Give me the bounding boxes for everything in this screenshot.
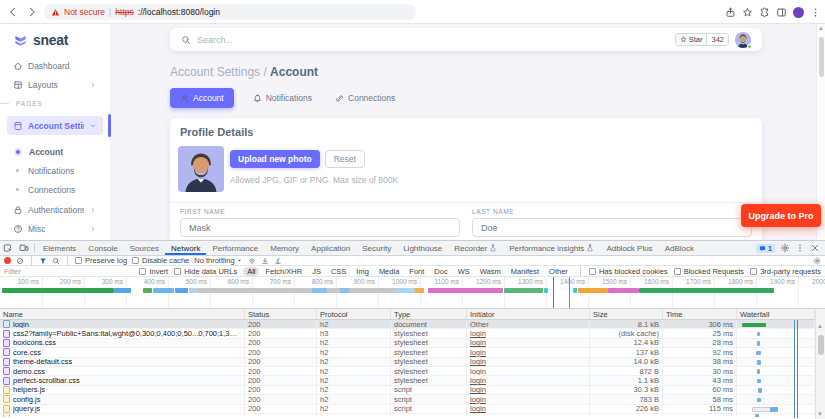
throttling-select[interactable]: No throttling (194, 256, 242, 265)
table-row[interactable]: jquery.js200h2scriptlogin226 kB115 ms (0, 405, 825, 414)
checkbox-icon[interactable] (674, 268, 681, 275)
browser-menu-icon[interactable] (810, 7, 821, 18)
search-icon[interactable] (181, 35, 191, 45)
devtools-tab-lighthouse[interactable]: Lighthouse (397, 241, 448, 255)
scrollbar-thumb[interactable] (818, 335, 824, 355)
forward-icon[interactable] (26, 6, 38, 18)
extensions-icon[interactable] (759, 7, 770, 18)
checkbox-icon[interactable] (589, 268, 596, 275)
share-icon[interactable] (725, 7, 736, 18)
import-har-icon[interactable] (261, 257, 269, 265)
user-avatar[interactable] (735, 32, 751, 48)
devtools-tab-network[interactable]: Network (165, 241, 206, 255)
devtools-tab-security[interactable]: Security (356, 241, 397, 255)
column-header-name[interactable]: Name (0, 309, 245, 319)
sidebar-item-account[interactable]: Account (7, 142, 103, 161)
devtools-tab-memory[interactable]: Memory (264, 241, 305, 255)
address-bar[interactable]: Not secure | https ://localhost:8080/log… (44, 4, 416, 20)
table-row[interactable]: core.css200h2stylesheetlogin137 kB92 ms (0, 348, 825, 357)
network-timeline-overview[interactable]: 100 ms200 ms300 ms400 ms500 ms600 ms700 … (0, 277, 825, 309)
table-row[interactable] (0, 414, 825, 417)
github-star-badge[interactable]: Star 342 (675, 33, 729, 46)
last-name-input[interactable] (472, 218, 752, 237)
filter-type-wasm[interactable]: Wasm (476, 267, 505, 276)
not-secure-warning-icon[interactable] (51, 8, 60, 17)
column-header-waterfall[interactable]: Waterfall (737, 309, 815, 319)
device-toolbar-icon[interactable] (19, 243, 29, 253)
column-header-time[interactable]: Time (663, 309, 737, 319)
filter-input[interactable]: Filter (4, 267, 133, 276)
breadcrumb-section[interactable]: Account Settings / (170, 65, 267, 79)
column-header-status[interactable]: Status (245, 309, 317, 319)
table-row[interactable]: theme-default.css200h2stylesheetlogin14.… (0, 358, 825, 367)
hide-data-urls-checkbox[interactable]: Hide data URLs (174, 267, 237, 276)
filter-type-css[interactable]: CSS (327, 267, 350, 276)
search-input[interactable]: Search... (197, 35, 233, 45)
initiator-link[interactable]: login (470, 348, 486, 356)
scroll-up-icon[interactable]: ▲ (817, 323, 823, 329)
devtools-tab-elements[interactable]: Elements (37, 241, 82, 255)
initiator-link[interactable]: login (470, 358, 486, 366)
filter-type-img[interactable]: Img (352, 267, 373, 276)
column-header-type[interactable]: Type (391, 309, 467, 319)
back-icon[interactable] (7, 6, 19, 18)
side-panel-icon[interactable] (776, 7, 787, 18)
table-row[interactable]: css2?family=Public+Sans:ital,wght@0,300;… (0, 329, 825, 338)
reset-photo-button[interactable]: Reset (325, 150, 365, 168)
initiator-link[interactable]: login (470, 329, 486, 337)
initiator-link[interactable]: login (470, 367, 486, 375)
export-har-icon[interactable] (274, 257, 282, 265)
disable-cache-checkbox[interactable]: Disable cache (132, 256, 189, 265)
filter-type-other[interactable]: Other (545, 267, 572, 276)
record-network-log-icon[interactable] (4, 257, 11, 264)
table-scrollbar[interactable]: ▲ ▼ (815, 311, 825, 419)
search-network-icon[interactable] (52, 257, 60, 265)
bookmark-star-icon[interactable] (742, 7, 753, 18)
sidebar-item-notifications[interactable]: Notifications (7, 161, 103, 180)
table-row[interactable]: config.js200h2scriptlogin783 B58 ms (0, 395, 825, 404)
table-row[interactable]: demo.css200h2stylesheetlogin872 B30 ms (0, 367, 825, 376)
sidebar-item-account-settings[interactable]: Account Settings (7, 116, 103, 135)
table-row[interactable]: boxicons.css200h2stylesheetlogin12.4 kB2… (0, 339, 825, 348)
issues-badge[interactable]: 1 (756, 244, 775, 253)
tab-account[interactable]: Account (170, 88, 234, 108)
devtools-close-icon[interactable] (810, 243, 820, 253)
devtools-tab-recorder[interactable]: Recorder (448, 241, 503, 255)
devtools-tab-adblock[interactable]: AdBlock (659, 241, 700, 255)
filter-type-fetch-xhr[interactable]: Fetch/XHR (261, 267, 306, 276)
scrollbar-thumb[interactable] (819, 37, 824, 77)
preserve-log-checkbox[interactable]: Preserve log (75, 256, 127, 265)
devtools-tab-adblock-plus[interactable]: Adblock Plus (600, 241, 658, 255)
initiator-link[interactable]: login (470, 376, 486, 384)
initiator-link[interactable]: login (470, 405, 486, 413)
table-row[interactable]: login200h2documentOther8.1 kB306 ms (0, 320, 825, 329)
filter-type-js[interactable]: JS (308, 267, 325, 276)
upload-photo-button[interactable]: Upload new photo (230, 150, 320, 168)
filter-toggle-icon[interactable] (39, 257, 47, 265)
invert-checkbox[interactable]: Invert (139, 267, 168, 276)
checkbox-icon[interactable] (750, 268, 757, 275)
column-header-size[interactable]: Size (590, 309, 663, 319)
browser-profile-avatar[interactable] (793, 7, 804, 18)
filter-checkbox-3rd-party-requests[interactable]: 3rd-party requests (750, 267, 821, 276)
first-name-input[interactable] (180, 218, 460, 237)
devtools-tab-sources[interactable]: Sources (124, 241, 165, 255)
column-header-initiator[interactable]: Initiator (467, 309, 590, 319)
column-header-protocol[interactable]: Protocol (317, 309, 391, 319)
sidebar-item-authentications[interactable]: Authentications (7, 200, 103, 219)
filter-type-all[interactable]: All (243, 267, 259, 276)
scroll-up-icon[interactable]: ▲ (818, 25, 824, 31)
clear-network-log-icon[interactable] (16, 257, 24, 265)
initiator-link[interactable]: login (470, 339, 486, 347)
initiator-link[interactable]: login (470, 395, 486, 403)
devtools-settings-icon[interactable] (780, 243, 790, 253)
filter-type-doc[interactable]: Doc (430, 267, 451, 276)
filter-type-media[interactable]: Media (375, 267, 403, 276)
sidebar-item-misc[interactable]: Misc (7, 219, 103, 238)
table-row[interactable]: helpers.js200h2scriptlogin30.3 kB60 ms (0, 386, 825, 395)
scroll-down-icon[interactable]: ▼ (817, 411, 823, 417)
filter-type-font[interactable]: Font (405, 267, 428, 276)
tab-connections[interactable]: Connections (331, 88, 399, 108)
upgrade-to-pro-button[interactable]: Upgrade to Pro (741, 204, 821, 227)
inspect-element-icon[interactable] (3, 243, 13, 253)
